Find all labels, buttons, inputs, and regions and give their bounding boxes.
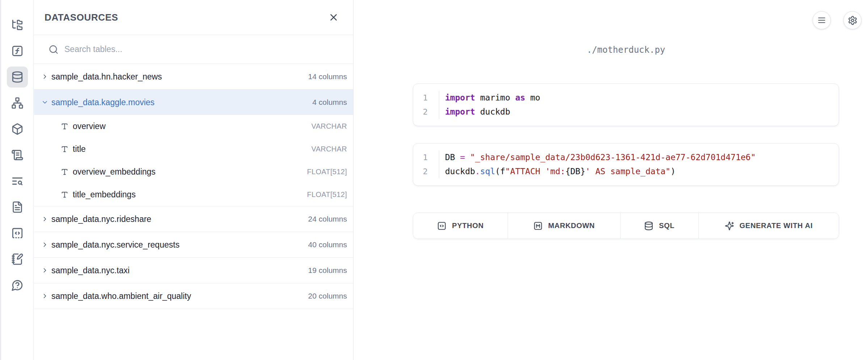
file-text-icon bbox=[11, 201, 24, 213]
code-line: import marimo as mo bbox=[445, 91, 540, 105]
table-row[interactable]: sample_data.nyc.service_requests40 colum… bbox=[34, 232, 353, 257]
chevron-right-icon bbox=[41, 215, 48, 223]
notebook-main-area: ./motherduck.py 12import marimo as moimp… bbox=[354, 0, 868, 360]
rail-item-chat[interactable] bbox=[7, 275, 28, 296]
cell-code: DB = "_share/sample_data/23b0d623-1361-4… bbox=[439, 150, 756, 179]
table-columns-count: 20 columns bbox=[308, 292, 347, 300]
folder-tree-icon bbox=[11, 19, 24, 31]
button-label: PYTHON bbox=[452, 222, 484, 230]
column-row[interactable]: overviewVARCHAR bbox=[34, 115, 353, 138]
column-name: overview_embeddings bbox=[73, 167, 156, 177]
table-row[interactable]: sample_data.nyc.rideshare24 columns bbox=[34, 206, 353, 232]
table-group: sample_data.hn.hacker_news14 columns bbox=[34, 64, 353, 90]
table-row[interactable]: sample_data.who.ambient_air_quality20 co… bbox=[34, 283, 353, 309]
rail-item-outline[interactable] bbox=[7, 145, 28, 166]
chevron-right-icon bbox=[41, 267, 48, 274]
column-type: VARCHAR bbox=[312, 122, 347, 130]
close-panel-button[interactable] bbox=[326, 9, 342, 25]
rail-item-datasources[interactable] bbox=[7, 67, 28, 87]
column-row[interactable]: titleVARCHAR bbox=[34, 138, 353, 160]
rail-item-packages[interactable] bbox=[7, 119, 28, 140]
table-row[interactable]: sample_data.hn.hacker_news14 columns bbox=[34, 64, 353, 89]
table-name: sample_data.kaggle.movies bbox=[51, 98, 154, 107]
table-columns-count: 19 columns bbox=[308, 266, 347, 275]
panel-title: DATASOURCES bbox=[45, 12, 118, 23]
table-name: sample_data.who.ambient_air_quality bbox=[51, 291, 191, 301]
cell-gutter: 12 bbox=[413, 150, 439, 179]
line-number: 2 bbox=[413, 105, 428, 119]
sparkles-icon bbox=[725, 221, 734, 231]
button-label: SQL bbox=[659, 222, 674, 230]
cell-code: import marimo as moimport duckdb bbox=[439, 91, 540, 119]
box-icon bbox=[11, 123, 24, 135]
rail-item-variables[interactable] bbox=[7, 40, 28, 61]
table-name: sample_data.hn.hacker_news bbox=[51, 72, 162, 82]
line-number: 2 bbox=[413, 164, 428, 179]
search-bar bbox=[34, 35, 353, 64]
column-name: title_embeddings bbox=[73, 190, 136, 200]
button-label: GENERATE WITH AI bbox=[740, 222, 813, 230]
network-icon bbox=[11, 97, 24, 109]
chevron-right-icon bbox=[41, 241, 48, 248]
rail-item-logs[interactable] bbox=[7, 171, 28, 192]
rail-item-scratchpad[interactable] bbox=[7, 249, 28, 270]
notebook-filename: ./motherduck.py bbox=[413, 45, 839, 55]
rail-item-file-explorer[interactable] bbox=[7, 14, 28, 35]
message-question-icon bbox=[11, 279, 24, 291]
settings-button[interactable] bbox=[843, 11, 861, 29]
square-code-icon bbox=[437, 221, 446, 231]
line-number: 1 bbox=[413, 150, 428, 164]
table-name: sample_data.nyc.service_requests bbox=[51, 240, 179, 250]
code-line: DB = "_share/sample_data/23b0d623-1361-4… bbox=[445, 150, 756, 164]
chevron-down-icon bbox=[41, 99, 48, 106]
notebook-menu-button[interactable] bbox=[813, 11, 831, 29]
table-group: sample_data.who.ambient_air_quality20 co… bbox=[34, 283, 353, 309]
rail-item-snippets[interactable] bbox=[7, 223, 28, 244]
rail-item-dependencies[interactable] bbox=[7, 93, 28, 113]
add-cell-toolbar: PYTHONMARKDOWNSQLGENERATE WITH AI bbox=[413, 213, 839, 239]
table-row[interactable]: sample_data.kaggle.movies4 columns bbox=[34, 90, 353, 115]
type-icon bbox=[61, 123, 68, 130]
type-icon bbox=[61, 145, 68, 153]
table-group: sample_data.nyc.service_requests40 colum… bbox=[34, 232, 353, 258]
table-row[interactable]: sample_data.nyc.taxi19 columns bbox=[34, 258, 353, 283]
column-row[interactable]: title_embeddingsFLOAT[512] bbox=[34, 183, 353, 206]
datasources-panel: DATASOURCES sample_data.hn.hacker_news14… bbox=[34, 0, 353, 360]
close-icon bbox=[328, 12, 339, 23]
square-m-icon bbox=[533, 221, 543, 231]
column-type: FLOAT[512] bbox=[307, 190, 347, 199]
code-cell[interactable]: 12DB = "_share/sample_data/23b0d623-1361… bbox=[413, 143, 839, 186]
chevron-right-icon bbox=[41, 292, 48, 300]
table-columns-count: 4 columns bbox=[312, 98, 347, 107]
top-actions bbox=[813, 11, 861, 29]
menu-icon bbox=[817, 16, 826, 25]
database-icon bbox=[644, 221, 653, 231]
scroll-text-icon bbox=[11, 149, 24, 161]
table-columns-count: 24 columns bbox=[308, 215, 347, 223]
code-cell[interactable]: 12import marimo as moimport duckdb bbox=[413, 83, 839, 126]
notebook-pen-icon bbox=[11, 253, 24, 265]
add-cell-markdown-button[interactable]: MARKDOWN bbox=[508, 213, 620, 239]
table-columns-count: 40 columns bbox=[308, 240, 347, 249]
table-group: sample_data.kaggle.movies4 columnsovervi… bbox=[34, 90, 353, 206]
code-line: import duckdb bbox=[445, 105, 540, 119]
tables-list: sample_data.hn.hacker_news14 columnssamp… bbox=[34, 64, 353, 309]
rail-item-documentation[interactable] bbox=[7, 197, 28, 218]
table-name: sample_data.nyc.taxi bbox=[51, 266, 130, 275]
text-search-icon bbox=[11, 175, 24, 187]
function-square-icon bbox=[11, 45, 24, 57]
code-line: duckdb.sql(f"ATTACH 'md:{DB}' AS sample_… bbox=[445, 164, 756, 179]
type-icon bbox=[61, 168, 68, 176]
add-cell-generate-with-ai-button[interactable]: GENERATE WITH AI bbox=[699, 213, 839, 239]
column-type: FLOAT[512] bbox=[307, 168, 347, 176]
gear-icon bbox=[848, 16, 858, 25]
sidebar-icon-rail bbox=[0, 0, 34, 360]
square-code-dashed-icon bbox=[11, 227, 24, 239]
add-cell-python-button[interactable]: PYTHON bbox=[413, 213, 508, 239]
column-row[interactable]: overview_embeddingsFLOAT[512] bbox=[34, 160, 353, 183]
column-name: title bbox=[73, 144, 86, 154]
search-tables-input[interactable] bbox=[64, 44, 346, 54]
add-cell-sql-button[interactable]: SQL bbox=[621, 213, 699, 239]
table-columns-count: 14 columns bbox=[308, 72, 347, 81]
table-group: sample_data.nyc.rideshare24 columns bbox=[34, 206, 353, 232]
